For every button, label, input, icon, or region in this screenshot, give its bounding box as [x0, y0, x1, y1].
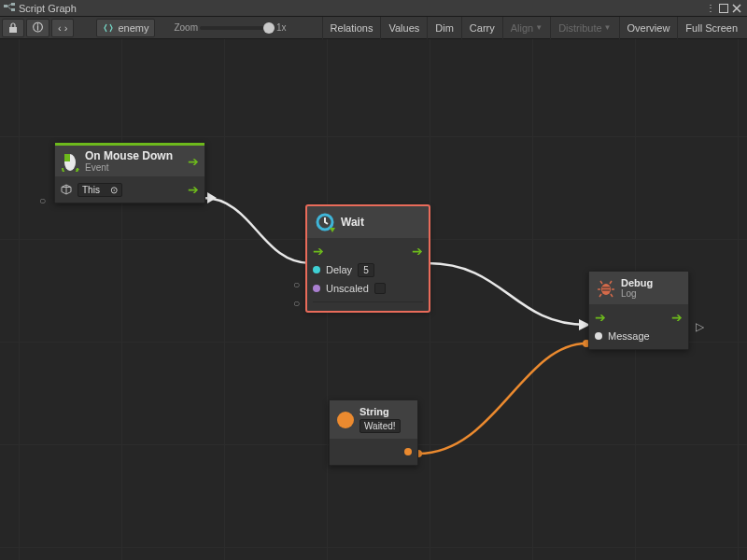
- delay-input[interactable]: 5: [358, 263, 374, 277]
- tab-values[interactable]: Values: [380, 17, 427, 39]
- delay-label: Delay: [326, 264, 352, 275]
- string-icon: [337, 412, 354, 428]
- external-port[interactable]: ○: [293, 278, 300, 291]
- mouse-event-icon: [61, 151, 79, 172]
- svg-marker-13: [330, 228, 335, 232]
- window-menu-icon[interactable]: ⋮: [704, 2, 717, 15]
- wait-icon: [315, 212, 335, 232]
- svg-rect-1: [11, 3, 15, 6]
- window-title: Script Graph: [19, 3, 77, 14]
- node-subtitle: Log: [621, 288, 653, 299]
- string-out-port[interactable]: [404, 448, 412, 455]
- svg-rect-2: [11, 8, 15, 11]
- node-debug-log[interactable]: Debug Log ➔ ➔ Message: [588, 271, 689, 350]
- cube-icon: [61, 184, 72, 195]
- graph-canvas[interactable]: ○ On Mouse Down Event ➔ This ⊙ ➔: [0, 39, 747, 560]
- flow-out-port[interactable]: ➔: [412, 246, 423, 256]
- external-flow-port[interactable]: ▷: [696, 320, 704, 333]
- tab-distribute[interactable]: Distribute▼: [550, 17, 618, 39]
- float-port[interactable]: [313, 266, 320, 273]
- message-label: Message: [608, 330, 650, 342]
- svg-rect-4: [9, 27, 17, 33]
- node-wait[interactable]: Wait ➔ ➔ Delay 5 Unscaled: [306, 205, 430, 312]
- object-port[interactable]: [595, 332, 602, 340]
- target-field[interactable]: This ⊙: [78, 183, 122, 197]
- window-titlebar: Script Graph ⋮: [0, 0, 747, 17]
- svg-marker-5: [207, 192, 217, 203]
- tab-overview[interactable]: Overview: [619, 17, 678, 39]
- node-title: On Mouse Down: [85, 149, 173, 162]
- svg-rect-3: [720, 4, 728, 12]
- zoom-slider[interactable]: [200, 26, 275, 30]
- window-close-icon[interactable]: [730, 2, 743, 15]
- node-title: Wait: [341, 216, 364, 229]
- tab-fullscreen[interactable]: Full Screen: [677, 17, 745, 39]
- node-string[interactable]: String Waited!: [329, 399, 418, 466]
- flow-in-port[interactable]: ➔: [313, 246, 324, 256]
- node-subtitle: Event: [85, 162, 173, 173]
- window-maximize-icon[interactable]: [717, 2, 730, 15]
- flow-out-port[interactable]: ➔: [188, 185, 199, 194]
- tab-align[interactable]: Align▼: [502, 17, 550, 39]
- chevron-down-icon: ▼: [535, 23, 543, 32]
- unscaled-checkbox[interactable]: [374, 283, 386, 294]
- bool-port[interactable]: [313, 285, 320, 292]
- tab-carry[interactable]: Carry: [461, 17, 502, 39]
- node-title: Debug: [621, 277, 653, 288]
- object-picker-icon: ⊙: [110, 185, 118, 195]
- flow-out-icon: ➔: [188, 157, 199, 166]
- node-on-mouse-down[interactable]: On Mouse Down Event ➔ This ⊙ ➔: [54, 142, 205, 203]
- bug-icon: [597, 279, 615, 298]
- toolbar: ⓘ ‹ › enemy Zoom 1x Relations Values Dim…: [0, 17, 747, 39]
- svg-rect-10: [64, 154, 70, 161]
- graph-icon: [4, 3, 15, 14]
- zoom-value: 1x: [276, 22, 287, 33]
- string-value-input[interactable]: Waited!: [359, 419, 401, 433]
- external-port[interactable]: ○: [293, 297, 300, 310]
- code-icon: ‹ ›: [58, 22, 67, 34]
- object-label: enemy: [118, 22, 148, 34]
- node-title: String: [359, 406, 401, 417]
- lock-icon: [8, 22, 18, 34]
- tab-dim[interactable]: Dim: [427, 17, 461, 39]
- unscaled-label: Unscaled: [326, 283, 369, 294]
- zoom-label: Zoom: [174, 22, 198, 33]
- external-port[interactable]: ○: [39, 194, 46, 207]
- svg-rect-0: [4, 5, 7, 7]
- code-button[interactable]: ‹ ›: [51, 19, 74, 37]
- object-picker[interactable]: enemy: [96, 19, 155, 37]
- info-icon: ⓘ: [33, 21, 43, 35]
- flow-in-port[interactable]: ➔: [595, 313, 606, 322]
- flow-out-port[interactable]: ➔: [671, 313, 683, 322]
- chevron-down-icon: ▼: [604, 23, 612, 32]
- lock-button[interactable]: [2, 19, 24, 37]
- info-button[interactable]: ⓘ: [26, 19, 49, 37]
- variable-icon: [103, 22, 114, 34]
- svg-point-14: [601, 284, 611, 295]
- tab-relations[interactable]: Relations: [322, 17, 381, 39]
